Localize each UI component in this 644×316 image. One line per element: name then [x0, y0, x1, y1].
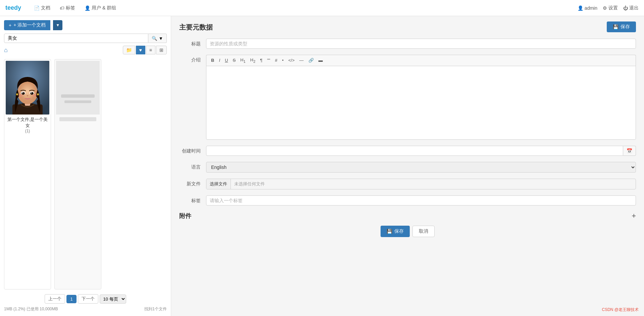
underline-button[interactable]: U: [223, 57, 230, 64]
link-button[interactable]: 🔗: [306, 57, 316, 64]
intro-row: 介绍 B I U S H1 H2 ¶ "" # • </> — 🔗 ▬: [179, 55, 636, 140]
svg-point-15: [16, 93, 18, 95]
bold-button[interactable]: B: [209, 57, 216, 64]
navbar-right: 👤 admin ⚙ 设置 ⏻ 退出: [578, 5, 639, 11]
created-label: 创建时间: [179, 146, 206, 154]
list-item[interactable]: [54, 59, 101, 289]
heading-button[interactable]: #: [273, 57, 279, 64]
next-page-button[interactable]: 下一个: [78, 294, 98, 304]
attachments-section: 附件 +: [179, 212, 636, 220]
save-bottom-button[interactable]: 💾 保存: [381, 226, 410, 237]
prev-page-button[interactable]: 上一个: [45, 294, 65, 304]
nav-docs[interactable]: 📄 文档: [29, 0, 55, 16]
code-button[interactable]: </>: [286, 57, 297, 64]
lang-row: 语言 English 中文 日本語 한국어 Français Deutsch E…: [179, 162, 636, 173]
intro-label: 介绍: [179, 55, 206, 63]
view-heart-button[interactable]: ♥: [136, 46, 145, 54]
file-no-file-label: 未选择任何文件: [231, 179, 268, 189]
brand-logo[interactable]: teedy: [5, 4, 21, 11]
image-button[interactable]: ▬: [316, 57, 325, 64]
italic-button[interactable]: I: [217, 57, 222, 64]
admin-menu-item[interactable]: 👤 admin: [578, 5, 597, 11]
settings-label: 设置: [608, 5, 618, 11]
ghost-line: [59, 117, 96, 121]
h2-button[interactable]: H2: [248, 56, 257, 64]
add-attachment-button[interactable]: +: [632, 212, 636, 220]
nav-tags[interactable]: 🏷 标签: [55, 0, 80, 16]
file-choose-button[interactable]: 选择文件: [206, 179, 231, 189]
sidebar-toolbar: + + 添加一个文档 ▼: [4, 20, 167, 30]
add-document-dropdown[interactable]: ▼: [53, 20, 62, 30]
search-icon: 🔍: [152, 36, 157, 41]
nav-users-label: 用户 & 群组: [92, 5, 116, 11]
lang-select[interactable]: English 中文 日本語 한국어 Français Deutsch Espa…: [206, 162, 636, 173]
view-list-button[interactable]: ≡: [146, 46, 155, 54]
save-top-button[interactable]: 💾 保存: [607, 21, 636, 32]
doc-title: 第一个文件,是一个美女: [6, 117, 49, 129]
date-input[interactable]: [206, 146, 623, 156]
file-input-wrap: 选择文件 未选择任何文件: [206, 179, 636, 189]
lang-label: 语言: [179, 162, 206, 170]
tags-icon: 🏷: [60, 5, 64, 11]
quote-button[interactable]: "": [265, 57, 272, 64]
paragraph-button[interactable]: ¶: [258, 57, 264, 64]
view-folder-button[interactable]: 📁: [123, 46, 135, 54]
nav-tags-label: 标签: [66, 5, 75, 11]
logout-icon: ⏻: [623, 5, 628, 11]
bottom-buttons: 💾 保存 取消: [179, 226, 636, 237]
doc-count: (1): [25, 129, 30, 133]
file-label: 新文件: [179, 179, 206, 187]
settings-menu-item[interactable]: ⚙ 设置: [603, 5, 618, 11]
main-content: 💾 保存 主要元数据 标题 介绍 B I U S H1 H2 ¶ "": [171, 16, 644, 316]
calendar-button[interactable]: 📅: [623, 146, 636, 156]
save-bottom-icon: 💾: [387, 229, 392, 234]
h1-button[interactable]: H1: [238, 56, 247, 64]
hr-button[interactable]: —: [297, 57, 306, 64]
svg-point-14: [32, 94, 37, 97]
search-input[interactable]: [4, 34, 148, 43]
save-top-icon: 💾: [613, 24, 618, 30]
watermark-text: CSDN @老王聊技术: [602, 307, 639, 313]
storage-info: 1MB (1.2%) 已使用 10,000MB: [4, 306, 58, 312]
search-bar: 🔍 ▼: [4, 34, 167, 43]
cancel-button[interactable]: 取消: [412, 226, 435, 237]
save-top-label: 保存: [621, 24, 630, 30]
section-title: 主要元数据: [179, 23, 636, 32]
strikethrough-button[interactable]: S: [231, 57, 238, 64]
attachments-title: 附件: [179, 212, 191, 220]
sidebar: + + 添加一个文档 ▼ 🔍 ▼ ⌂ 📁 ♥ ≡ ⊞: [0, 16, 171, 316]
add-document-button[interactable]: + + 添加一个文档: [4, 20, 50, 30]
bullet-button[interactable]: •: [280, 57, 286, 64]
svg-rect-17: [56, 61, 100, 115]
admin-label: admin: [585, 5, 597, 11]
logout-label: 退出: [629, 5, 639, 11]
logout-menu-item[interactable]: ⏻ 退出: [623, 5, 639, 11]
doc-thumbnail: [6, 61, 49, 115]
svg-point-4: [17, 81, 38, 104]
svg-rect-19: [64, 100, 91, 103]
add-document-label: + 添加一个文档: [13, 22, 46, 28]
home-button[interactable]: ⌂: [4, 47, 8, 54]
page-1-button[interactable]: 1: [66, 295, 76, 303]
editor-wrapper: B I U S H1 H2 ¶ "" # • </> — 🔗 ▬: [206, 55, 636, 140]
search-dropdown-icon: ▼: [159, 36, 163, 41]
view-btn-group: 📁 ♥ ≡ ⊞: [123, 46, 167, 54]
search-button[interactable]: 🔍 ▼: [148, 34, 167, 43]
plus-icon: +: [9, 22, 11, 28]
title-label: 标题: [179, 39, 206, 47]
nav-menu: 📄 文档 🏷 标签 👤 用户 & 群组: [29, 0, 578, 16]
view-grid-button[interactable]: ⊞: [156, 46, 167, 54]
file-choose-label: 选择文件: [210, 181, 227, 186]
created-time-row: 创建时间 📅: [179, 146, 636, 156]
svg-point-13: [18, 94, 23, 97]
title-input[interactable]: [206, 39, 636, 49]
nav-users[interactable]: 👤 用户 & 群组: [80, 0, 121, 16]
tags-label: 标签: [179, 195, 206, 204]
list-item[interactable]: 第一个文件,是一个美女 (1): [4, 59, 51, 289]
svg-rect-18: [61, 94, 95, 98]
per-page-select[interactable]: 10 每页 25 每页 50 每页: [100, 295, 126, 304]
date-input-wrap: 📅: [206, 146, 636, 156]
editor-area[interactable]: [206, 66, 636, 140]
tags-input[interactable]: [206, 195, 636, 206]
sidebar-footer: 1MB (1.2%) 已使用 10,000MB 找到1个文件: [4, 306, 167, 312]
